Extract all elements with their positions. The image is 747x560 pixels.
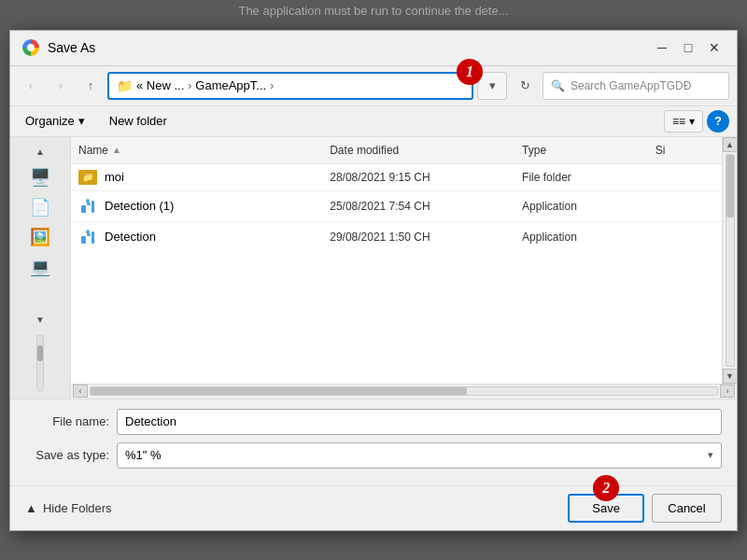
background-text: The application must be run to continue … [0,4,747,18]
file-date-cell: 28/08/2021 9:15 CH [322,169,514,186]
app-icon [78,228,97,246]
scrollbar-track[interactable] [726,154,735,367]
dialog-title: Save As [48,40,651,55]
file-name-cell: Detection [71,226,322,248]
file-size-cell [648,175,722,179]
breadcrumb-sep1: › [188,79,191,92]
hide-folders-icon: ▲ [25,501,37,515]
table-row[interactable]: Detection 29/08/2021 1:50 CH Application [71,222,722,252]
toolbar-right: ≡≡ ▾ ? [664,110,729,133]
title-bar: Save As ─ □ ✕ [10,31,737,66]
filetype-row: Save as type: %1" % ▾ [25,442,722,469]
pictures-icon: 🖼️ [30,227,50,247]
hscroll-thumb[interactable] [91,387,467,395]
svg-rect-2 [92,201,94,213]
sidebar-item-computer[interactable]: 💻 [14,253,66,281]
dialog-icon [21,38,40,57]
save-as-dialog: Save As ─ □ ✕ ‹ › ↑ 📁 « New ... › GameAp… [9,30,738,531]
file-list-area: Name ▲ Date modified Type Si [71,137,737,384]
file-type-cell: Application [514,198,648,215]
sidebar-item-documents[interactable]: 📄 [14,193,66,221]
filetype-label: Save as type: [25,448,109,462]
desktop-icon: 🖥️ [30,167,50,188]
table-row[interactable]: Detection (1) 25/08/2021 7:54 CH Applica… [71,191,722,222]
search-box[interactable]: 🔍 Search GameAppTGDĐ [543,72,729,100]
file-date-cell: 29/08/2021 1:50 CH [322,229,514,245]
svg-rect-5 [81,236,86,244]
search-icon: 🔍 [551,79,565,92]
search-placeholder: Search GameAppTGDĐ [571,79,691,92]
table-row[interactable]: 📁 moi 28/08/2021 9:15 CH File folder [71,164,722,191]
file-type-cell: File folder [514,169,648,186]
help-button[interactable]: ? [707,110,729,133]
breadcrumb-part1: « New ... [136,78,184,92]
column-header-date[interactable]: Date modified [322,141,514,160]
organize-label: Organize [25,114,75,128]
step-2-badge: 2 [593,475,619,501]
scroll-up-button[interactable]: ▲ [723,137,738,152]
content-area: ▲ 🖥️ 📄 🖼️ 💻 ▼ [10,137,737,399]
documents-icon: 📄 [30,197,50,217]
scrollbar-thumb[interactable] [726,155,734,218]
toolbar: Organize ▾ New folder ≡≡ ▾ ? [10,106,737,137]
breadcrumb-part2: GameAppT... [195,78,266,92]
file-name-text: Detection [105,230,156,244]
maximize-button[interactable]: □ [677,36,699,59]
breadcrumb-bar[interactable]: 📁 « New ... › GameAppT... › [107,72,473,100]
file-list-header: Name ▲ Date modified Type Si [71,137,722,164]
svg-rect-6 [87,233,91,236]
refresh-button[interactable]: ↻ [511,72,539,100]
breadcrumb-sep2: › [270,79,274,92]
cancel-button[interactable]: Cancel [652,494,722,523]
vertical-scrollbar[interactable]: ▲ ▼ [722,137,737,384]
file-name-cell: 📁 moi [71,168,322,187]
sidebar-scroll-up[interactable]: ▲ [33,145,48,160]
file-size-cell [648,235,722,239]
title-bar-controls: ─ □ ✕ [651,36,726,59]
column-header-size[interactable]: Si [648,141,722,160]
column-header-type[interactable]: Type [514,141,648,160]
sidebar-item-pictures[interactable]: 🖼️ [14,223,66,251]
footer-bar: ▲ Hide Folders Save 2 Cancel [10,485,737,530]
file-date-cell: 25/08/2021 7:54 CH [322,198,514,215]
sidebar-scrollbar[interactable] [36,335,44,391]
hscroll-right-button[interactable]: › [720,385,735,398]
sidebar: ▲ 🖥️ 📄 🖼️ 💻 ▼ [10,137,71,399]
column-header-name[interactable]: Name ▲ [71,141,322,160]
hscroll-track[interactable] [90,386,718,396]
horizontal-scrollbar[interactable]: ‹ › [71,384,737,399]
filename-label: File name: [25,414,109,428]
scroll-down-button[interactable]: ▼ [723,369,738,384]
file-rows: 📁 moi 28/08/2021 9:15 CH File folder Det… [71,164,722,252]
view-icon: ≡≡ [672,115,685,128]
computer-icon: 💻 [30,257,50,277]
nav-bar: ‹ › ↑ 📁 « New ... › GameAppT... › 1 ▾ ↻ … [10,66,737,106]
filename-row: File name: [25,409,722,435]
filetype-chevron-icon: ▾ [708,449,713,461]
filename-input[interactable] [117,409,722,435]
form-area: File name: Save as type: %1" % ▾ [10,399,737,485]
hide-folders-button[interactable]: ▲ Hide Folders [25,501,112,515]
app-icon [78,197,97,216]
forward-button[interactable]: › [48,73,74,99]
view-button[interactable]: ≡≡ ▾ [664,110,703,133]
sidebar-scroll-down[interactable]: ▼ [33,313,48,328]
file-area: Name ▲ Date modified Type Si [71,137,737,399]
up-button[interactable]: ↑ [78,73,104,99]
folder-icon: 📁 [78,170,97,185]
sort-icon: ▲ [112,145,121,155]
back-button[interactable]: ‹ [18,73,44,99]
new-folder-label: New folder [109,114,167,128]
organize-chevron-icon: ▾ [78,114,85,128]
svg-rect-7 [92,231,94,244]
new-folder-button[interactable]: New folder [100,110,176,132]
file-list: Name ▲ Date modified Type Si [71,137,722,384]
minimize-button[interactable]: ─ [651,36,673,59]
hscroll-left-button[interactable]: ‹ [73,385,88,398]
filetype-select[interactable]: %1" % ▾ [117,442,722,469]
file-name-text: moi [105,170,124,184]
sidebar-items: 🖥️ 📄 🖼️ 💻 [14,163,66,309]
organize-button[interactable]: Organize ▾ [18,110,92,132]
close-button[interactable]: ✕ [703,36,726,59]
sidebar-item-desktop[interactable]: 🖥️ [14,163,66,191]
